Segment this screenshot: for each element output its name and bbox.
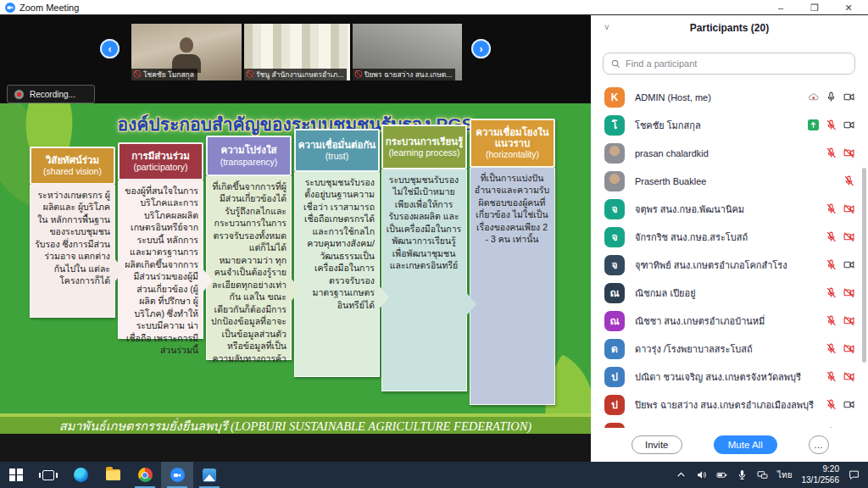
participant-name: Praserth Buaklee — [635, 176, 706, 186]
participant-name: ดาวรุ่ง /โรงพยาบาลสระโบสถ์ — [635, 341, 753, 357]
microphone-tray-icon[interactable] — [737, 469, 748, 480]
participant-row[interactable]: จ จุฑาทิพย์ สนง.เกษตรอำเภอโคกสำโรง — [591, 251, 868, 279]
participant-name: โชคชัย โมกสกุล — [635, 118, 701, 133]
panel-scrollbar[interactable] — [862, 168, 866, 363]
participant-status-icons — [808, 119, 854, 130]
video-thumbnail-strip: ‹ › 🚫โชคชัย โมกสกุล 🚫รัชนู สำนักงานเกษตร… — [0, 15, 591, 103]
video-thumbnail[interactable]: 🚫โชคชัย โมกสกุล — [131, 24, 242, 80]
participant-row[interactable]: ณ ณิชชา สนง.เกษตรอำเภอบ้านหมี่ — [591, 307, 868, 335]
participant-status-icons — [826, 231, 854, 242]
participant-status-icons — [826, 147, 854, 158]
participant-row[interactable]: K ADMIN (Host, me) — [591, 83, 868, 111]
letterbox-strip — [0, 434, 591, 462]
participant-status-icons — [808, 92, 854, 103]
mic-muted-icon: 🚫 — [133, 69, 142, 80]
file-explorer-button[interactable] — [97, 462, 129, 488]
participant-status-icons — [843, 175, 854, 186]
video-name-label: 🚫รัชนู สำนักงานเกษตรอำเภ... — [244, 69, 347, 80]
chrome-taskbar-button[interactable] — [129, 462, 161, 488]
mic-muted-icon — [826, 259, 837, 270]
camera-on-icon — [843, 399, 854, 410]
more-options-button[interactable]: … — [809, 435, 829, 454]
clock-date: 13/1/2566 — [802, 475, 840, 485]
window-title: Zoom Meeting — [19, 3, 79, 13]
participant-row[interactable]: ป ปณิดา ชวนเจริญ สนง.เกษตรจังหวัดลพบุรี — [591, 363, 868, 391]
avatar: ป — [604, 367, 625, 387]
participant-row[interactable]: จ จตุพร สนง.กษอ.พัฒนานิคม — [591, 195, 868, 223]
participant-row[interactable]: โ โชคชัย โมกสกุล — [591, 111, 868, 139]
camera-off-icon — [843, 203, 854, 214]
zoom-meeting-window: Zoom Meeting – ❐ ✕ ‹ › 🚫โชคชัย โมกสกุล 🚫… — [0, 0, 868, 488]
system-tray: ไทย 9:20 13/1/2566 — [676, 462, 868, 488]
next-videos-button[interactable]: › — [471, 39, 491, 58]
folder-icon — [106, 469, 120, 480]
photos-taskbar-button[interactable] — [193, 462, 225, 488]
avatar: ป — [604, 395, 625, 415]
avatar: โ — [604, 115, 625, 136]
hidden-icons-chevron-icon[interactable] — [676, 469, 687, 480]
search-placeholder: Find a participant — [626, 58, 697, 69]
volume-icon[interactable] — [696, 469, 707, 480]
participant-name: จตุพร สนง.กษอ.พัฒนานิคม — [635, 202, 744, 217]
pgs-column-body: ของผู้ที่สนใจในการบริโภคและการ บริโภคผลผ… — [118, 180, 203, 339]
pgs-column-body: ที่เกิดขึ้นจากการที่ผู้มีส่วนเกี่ยวข้องไ… — [206, 176, 292, 360]
windows-taskbar: ไทย 9:20 13/1/2566 — [0, 462, 868, 488]
participant-row[interactable]: prasan chalardkid — [591, 139, 868, 167]
camera-off-icon — [843, 343, 854, 354]
slide-footer-banner: สมาพันธ์เกษตรกรรมยั่งยืนลพบุรี (LOPBURI … — [0, 413, 591, 434]
avatar: จ — [604, 255, 625, 275]
mic-on-icon — [826, 92, 837, 103]
mic-muted-icon — [843, 175, 854, 186]
display-share-icon[interactable] — [757, 469, 768, 480]
avatar — [604, 171, 625, 191]
pgs-column-header: ความโปร่งใส(transparency) — [206, 136, 292, 176]
pgs-column-body: ที่เป็นการแบ่งปันอำนาจและความรับผิดชอบขอ… — [470, 168, 555, 405]
mute-all-button[interactable]: Mute All — [714, 435, 777, 454]
screen-share-icon — [808, 119, 819, 130]
task-view-button[interactable] — [32, 462, 64, 488]
video-name-label: 🚫ปิยพร ฉายสว่าง สนง.เกษต... — [353, 69, 455, 80]
mic-muted-icon — [826, 287, 837, 298]
participant-row[interactable]: ด ดาวรุ่ง /โรงพยาบาลสระโบสถ์ — [591, 335, 868, 363]
language-indicator[interactable]: ไทย — [777, 469, 792, 481]
participant-row[interactable]: ณ ณิชกมล เปียอยู่ — [591, 279, 868, 307]
mic-muted-icon — [826, 203, 837, 214]
participant-name: จุฑาทิพย์ สนง.เกษตรอำเภอโคกสำโรง — [635, 258, 787, 273]
prev-videos-button[interactable]: ‹ — [100, 39, 120, 58]
participant-status-icons — [826, 203, 854, 214]
start-button[interactable] — [0, 462, 32, 488]
invite-button[interactable]: Invite — [632, 435, 682, 454]
camera-off-icon — [843, 315, 854, 326]
participant-row[interactable] — [591, 419, 868, 428]
participant-status-icons — [826, 343, 854, 354]
meeting-workspace: ‹ › 🚫โชคชัย โมกสกุล 🚫รัชนู สำนักงานเกษตร… — [0, 15, 868, 462]
edge-icon — [74, 468, 88, 482]
participants-title: Participants (20) — [591, 22, 868, 34]
mic-muted-icon — [826, 399, 837, 410]
restore-button[interactable]: ❐ — [809, 0, 821, 15]
participant-search-input[interactable]: Find a participant — [603, 53, 855, 75]
camera-off-icon — [843, 147, 854, 158]
zoom-app-icon — [5, 3, 15, 13]
battery-icon[interactable] — [716, 469, 727, 480]
participant-row[interactable]: Praserth Buaklee — [591, 167, 868, 195]
avatar — [604, 143, 625, 164]
participant-row[interactable]: จ จักรกริช สนง.กษอ.สระโบสถ์ — [591, 223, 868, 251]
edge-taskbar-button[interactable] — [64, 462, 97, 488]
close-button[interactable]: ✕ — [843, 0, 854, 15]
participant-row[interactable]: ป ปิยพร ฉายสว่าง สนง.เกษตรอำเภอเมืองลพบุ… — [591, 391, 868, 419]
zoom-taskbar-button[interactable] — [161, 462, 193, 488]
participant-list: K ADMIN (Host, me) โ โชคชัย โมกสกุล pras… — [591, 83, 868, 428]
participant-name: ณิชกมล เปียอยู่ — [635, 286, 696, 301]
pgs-column-header: วิสัยทัศน์ร่วม(shared vision) — [30, 147, 115, 185]
chevron-left-icon: ‹ — [108, 43, 112, 55]
video-thumbnail[interactable]: 🚫ปิยพร ฉายสว่าง สนง.เกษต... — [353, 24, 462, 80]
recording-indicator[interactable]: Recording... — [7, 85, 95, 103]
camera-off-icon — [843, 371, 854, 382]
participant-name: ADMIN (Host, me) — [635, 92, 711, 103]
action-center-icon[interactable] — [849, 469, 860, 480]
taskbar-clock[interactable]: 9:20 13/1/2566 — [802, 464, 840, 485]
avatar: ด — [604, 339, 625, 359]
minimize-button[interactable]: – — [775, 0, 787, 15]
video-thumbnail[interactable]: 🚫รัชนู สำนักงานเกษตรอำเภ... — [244, 24, 350, 80]
